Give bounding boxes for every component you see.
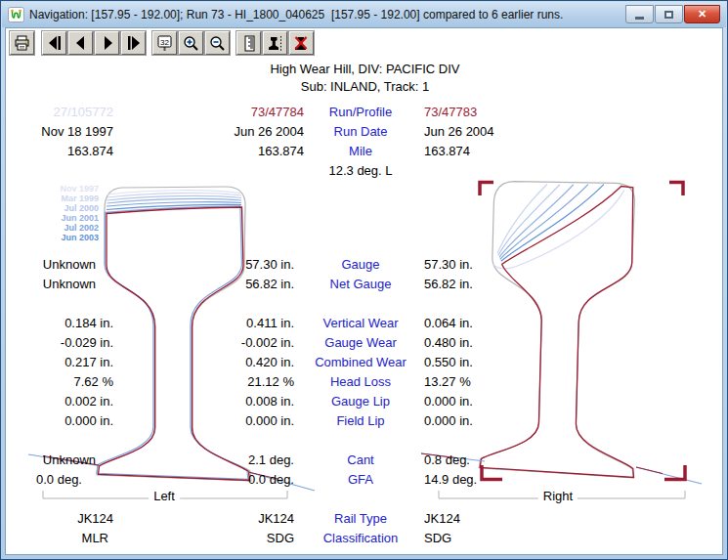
rail-profile-icon xyxy=(267,35,283,52)
rail-profile-button[interactable] xyxy=(263,31,287,55)
cell-value: 56.82 in. xyxy=(6,277,294,291)
previous-button[interactable] xyxy=(68,31,93,55)
cell-value: JK124 xyxy=(424,511,460,526)
table-row: Unknown 2.1 deg. Cant 0.8 deg. xyxy=(6,452,724,469)
next-icon xyxy=(100,35,115,51)
close-icon: ✕ xyxy=(698,9,707,20)
svg-text:32: 32 xyxy=(160,37,169,46)
ruler-button[interactable] xyxy=(236,31,261,55)
table-row: 12.3 deg. L xyxy=(6,163,724,180)
cell-value: JK124 xyxy=(6,511,294,526)
cell-value: 21.12 % xyxy=(6,374,294,389)
table-row: -0.029 in. -0.002 in. Gauge Wear 0.480 i… xyxy=(6,335,724,352)
left-rail-template-outline xyxy=(97,187,251,481)
location-subtitle: Sub: INLAND, Track: 1 xyxy=(6,79,724,94)
row-label: Net Gauge xyxy=(300,277,421,291)
previous-icon xyxy=(73,35,89,51)
cell-value: 13.27 % xyxy=(424,374,471,389)
cell-value: 163.874 xyxy=(424,144,470,158)
zoom-out-button[interactable] xyxy=(205,31,230,55)
app-icon xyxy=(8,7,24,22)
cell-value: 57.30 in. xyxy=(6,257,294,272)
curve-angle-note: 12.3 deg. L xyxy=(300,163,421,178)
table-row: 163.874 163.874 Mile 163.874 xyxy=(6,144,724,160)
row-label: Rail Type xyxy=(300,511,421,526)
table-row: 0.0 deg. 0.0 deg. GFA 14.9 deg. xyxy=(6,472,724,489)
cell-value: 0.550 in. xyxy=(424,355,473,369)
next-end-icon xyxy=(126,35,142,51)
maximize-button[interactable] xyxy=(655,5,683,23)
milepost-button[interactable]: 32 xyxy=(152,31,177,55)
minimize-button[interactable] xyxy=(625,5,654,23)
next-end-button[interactable] xyxy=(121,31,146,55)
right-rail-run-id: 73/47783 xyxy=(424,105,477,119)
row-label: Mile xyxy=(300,144,421,158)
table-row: 7.62 % 21.12 % Head Loss 13.27 % xyxy=(6,374,724,391)
left-rail-run-id: 73/47784 xyxy=(6,105,304,119)
zoom-in-icon xyxy=(183,35,199,52)
row-label: Cant xyxy=(300,452,421,467)
cell-value: -0.002 in. xyxy=(6,335,294,350)
cell-value: SDG xyxy=(424,531,451,545)
cell-value: SDG xyxy=(6,531,294,545)
cell-value: 0.000 in. xyxy=(424,413,473,428)
table-row: Nov 18 1997 Jun 26 2004 Run Date Jun 26 … xyxy=(6,124,724,141)
minimize-icon xyxy=(635,17,644,20)
left-rail-label: Left xyxy=(149,489,180,503)
row-label: Gauge Wear xyxy=(300,335,421,350)
row-label: Head Loss xyxy=(300,374,421,389)
zoom-out-icon xyxy=(209,35,226,52)
cell-value: 0.0 deg. xyxy=(6,472,294,487)
crop-marker-top-right xyxy=(669,183,683,196)
cell-value: 57.30 in. xyxy=(424,257,473,272)
row-label: Run/Profile xyxy=(300,105,421,119)
cell-value: 0.000 in. xyxy=(6,413,294,428)
print-button[interactable] xyxy=(10,31,34,55)
row-label: Combined Wear xyxy=(300,355,421,369)
rail-profile-delete-icon xyxy=(293,35,310,52)
close-button[interactable]: ✕ xyxy=(684,5,720,23)
table-row: MLR SDG Classification SDG xyxy=(6,531,724,547)
previous-end-button[interactable] xyxy=(42,31,66,55)
cell-value: 14.9 deg. xyxy=(424,472,477,487)
table-row: 0.217 in. 0.420 in. Combined Wear 0.550 … xyxy=(6,355,724,371)
row-label: GFA xyxy=(300,472,421,487)
table-row: 0.184 in. 0.411 in. Vertical Wear 0.064 … xyxy=(6,316,724,332)
row-label: Run Date xyxy=(300,124,421,139)
row-label: Field Lip xyxy=(300,413,421,428)
row-label: Vertical Wear xyxy=(300,316,421,330)
row-label: Gauge xyxy=(300,257,421,272)
table-row: 27/105772 73/47784 Run/Profile 73/47783 xyxy=(6,105,724,121)
location-title: High Wear Hill, DIV: PACIFIC DIV xyxy=(6,62,724,76)
title-bar[interactable]: Navigation: [157.95 - 192.00]; Run 73 - … xyxy=(2,2,726,27)
cell-value: 163.874 xyxy=(6,144,304,158)
cell-value: Jun 26 2004 xyxy=(424,124,494,139)
previous-end-icon xyxy=(47,35,63,51)
profile-comparison-panel: High Wear Hill, DIV: PACIFIC DIV Sub: IN… xyxy=(6,59,722,554)
window-title: Navigation: [157.95 - 192.00]; Run 73 - … xyxy=(29,8,563,22)
row-label: Classification xyxy=(300,531,421,545)
cell-value: 0.420 in. xyxy=(6,355,294,369)
table-row: Unknown 57.30 in. Gauge 57.30 in. xyxy=(6,257,724,274)
cell-value: 2.1 deg. xyxy=(6,452,294,467)
ruler-icon xyxy=(241,35,257,52)
right-rail-label: Right xyxy=(538,489,578,503)
table-row: 0.000 in. 0.000 in. Field Lip 0.000 in. xyxy=(6,413,724,430)
cell-value: 0.008 in. xyxy=(6,394,294,409)
cell-value: 0.480 in. xyxy=(424,335,473,350)
cell-value: 0.8 deg. xyxy=(424,452,470,467)
cell-value: 0.064 in. xyxy=(424,316,473,330)
navigation-window: Navigation: [157.95 - 192.00]; Run 73 - … xyxy=(0,0,728,560)
printer-icon xyxy=(14,35,30,51)
rail-profile-delete-button[interactable] xyxy=(289,31,314,55)
maximize-icon xyxy=(664,11,673,19)
crop-marker-top-left xyxy=(480,183,493,196)
zoom-in-button[interactable] xyxy=(179,31,203,55)
row-label: Gauge Lip xyxy=(300,394,421,409)
cell-value: 0.411 in. xyxy=(6,316,294,330)
table-row: JK124 JK124 Rail Type JK124 xyxy=(6,511,724,528)
next-button[interactable] xyxy=(95,31,119,55)
toolbar: 32 xyxy=(6,28,722,58)
cell-value: Jun 26 2004 xyxy=(6,124,304,139)
cell-value: 56.82 in. xyxy=(424,277,473,291)
